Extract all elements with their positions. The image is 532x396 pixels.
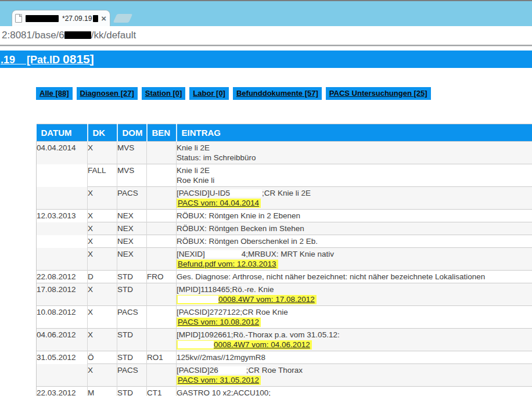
ben-cell: CT1 xyxy=(147,387,177,396)
column-header-dk: DK xyxy=(88,124,117,142)
ben-cell: FRO xyxy=(147,271,177,283)
dk-cell: FALL xyxy=(88,164,117,187)
document-link[interactable]: PACS vom: 10.08.2012 xyxy=(177,318,261,327)
entry-line: Knie li 2E xyxy=(177,165,532,175)
browser-tab-bar: *27.09.19 × xyxy=(0,1,532,26)
entry-line: PACS vom: 04.04.2014 xyxy=(177,198,532,208)
entry-line: 0008.4W7 vom: 04.06.2012 xyxy=(177,340,532,350)
table-row: XNEXRÖBUX: Röntgen Oberschenkel in 2 Eb. xyxy=(37,235,532,248)
entry-line: [PACSID]2727122;CR Roe Knie xyxy=(177,307,532,317)
entry-line: RÖBUX: Röntgen Oberschenkel in 2 Eb. xyxy=(177,236,532,246)
document-link[interactable]: PACS vom: 31.05.2012 xyxy=(177,376,261,385)
entry-line: Knie li 2E xyxy=(177,143,532,153)
document-link[interactable]: 0008.4W7 vom: 17.08.2012 xyxy=(177,295,317,304)
datum-cell: 12.03.2013 xyxy=(37,210,88,222)
redacted-text xyxy=(218,366,246,374)
entry-line: PACS vom: 31.05.2012 xyxy=(177,375,532,385)
toolbar-divider xyxy=(0,46,532,46)
url-bar[interactable]: 2:8081/base/6/kk/default xyxy=(0,26,532,45)
dk-cell: D xyxy=(88,271,117,283)
patient-header-link[interactable]: .19 [Pat.ID 0815] xyxy=(0,52,94,66)
dom-cell: STD xyxy=(117,329,147,351)
table-header-row: DATUMDKDOMBENEINTRAG xyxy=(37,124,532,142)
filter-button-diagnosen-27[interactable]: Diagnosen [27] xyxy=(77,87,138,100)
dom-cell: STD xyxy=(117,351,147,364)
tab-title: *27.09.19 xyxy=(62,15,92,23)
dk-cell: X xyxy=(88,142,117,164)
ben-cell xyxy=(147,164,177,187)
dom-cell: STD xyxy=(117,271,147,283)
page-favicon-icon xyxy=(15,14,22,23)
eintrag-cell: RÖBUX: Röntgen Knie in 2 Ebenen xyxy=(177,210,532,222)
ben-cell xyxy=(147,248,177,271)
table-row: 31.05.2012ÖSTDRO1125kv//2mas//12mgymR8 xyxy=(37,351,532,364)
table-row: 17.08.2012XSTD[MPID]1118465;Rö.-re. Knie… xyxy=(37,283,532,306)
tab-close-icon[interactable]: × xyxy=(101,14,106,23)
ben-cell xyxy=(147,283,177,306)
dk-cell: X xyxy=(88,210,117,222)
redacted-text xyxy=(64,31,91,39)
entry-line: 125kv//2mas//12mgymR8 xyxy=(177,352,532,362)
patient-header-text: .19 [Pat.ID xyxy=(1,54,63,66)
eintrag-cell: [PACSID]26;CR Roe ThoraxPACS vom: 31.05.… xyxy=(177,364,532,387)
entry-line: [PACSID]26;CR Roe Thorax xyxy=(177,365,532,375)
browser-tab[interactable]: *27.09.19 × xyxy=(12,10,110,26)
entry-line: [PACSID]U-ID5;CR Knie li 2E xyxy=(177,188,532,198)
column-header-ben: BEN xyxy=(147,124,177,142)
redacted-text xyxy=(205,250,242,258)
dk-cell: X xyxy=(88,364,117,387)
dk-cell: M xyxy=(88,387,117,396)
table-row: FALLMVSKnie li 2ERoe Knie li xyxy=(37,164,532,187)
document-link[interactable]: 0008.4W7 vom: 04.06.2012 xyxy=(177,340,312,350)
document-link-text: PACS vom: 31.05.2012 xyxy=(178,376,259,384)
dk-cell: Ö xyxy=(88,351,117,364)
document-link[interactable]: Befund.pdf vom: 12.03.2013 xyxy=(177,260,278,269)
filter-button-befunddokumente-57[interactable]: Befunddokumente [57] xyxy=(233,87,322,100)
filter-button-labor-0[interactable]: Labor [0] xyxy=(189,87,229,100)
patient-header-band: .19 [Pat.ID 0815] xyxy=(0,51,532,68)
table-row: XNEX[NEXID]4;MRBUX: MRT Knie nativBefund… xyxy=(37,248,532,271)
ben-cell xyxy=(147,364,177,387)
document-link-text: PACS vom: 10.08.2012 xyxy=(178,318,259,326)
dom-cell: NEX xyxy=(117,248,147,271)
filter-bar: Alle [88]Diagnosen [27]Station [0]Labor … xyxy=(36,87,532,100)
datum-cell: 31.05.2012 xyxy=(37,351,88,364)
table-row: XPACS[PACSID]U-ID5;CR Knie li 2EPACS vom… xyxy=(37,187,532,210)
eintrag-cell: [NEXID]4;MRBUX: MRT Knie nativBefund.pdf… xyxy=(177,248,532,271)
document-link[interactable]: PACS vom: 04.04.2014 xyxy=(177,199,261,208)
eintrag-cell: GASTRO 10 x2;ACCU100; xyxy=(177,387,532,396)
datum-cell xyxy=(37,248,88,271)
url-text[interactable]: 2:8081/base/6/kk/default xyxy=(0,30,136,41)
dom-cell: PACS xyxy=(117,187,147,210)
eintrag-cell: Knie li 2ERoe Knie li xyxy=(177,164,532,187)
entry-line: [MPID]1092661;Rö.-Thorax p.a. vom 31.05.… xyxy=(177,330,532,340)
filter-button-station-0[interactable]: Station [0] xyxy=(142,87,186,100)
filter-button-pacs-untersuchungen-25[interactable]: PACS Untersuchungen [25] xyxy=(326,87,431,100)
ben-cell xyxy=(147,329,177,351)
dom-cell: NEX xyxy=(117,235,147,248)
dk-cell: X xyxy=(88,329,117,351)
entry-line: RÖBUX: Röntgen Becken im Stehen xyxy=(177,224,532,233)
entry-line: GASTRO 10 x2;ACCU100; xyxy=(177,388,532,396)
eintrag-cell: RÖBUX: Röntgen Oberschenkel in 2 Eb. xyxy=(177,235,532,248)
records-table: DATUMDKDOMBENEINTRAG 04.04.2014XMVSKnie … xyxy=(36,124,532,396)
table-row: 22.08.2012DSTDFROGes. Diagnose: Arthrose… xyxy=(37,271,532,283)
redacted-text xyxy=(178,296,218,303)
entry-line: PACS vom: 10.08.2012 xyxy=(177,317,532,327)
table-row: 10.08.2012XPACS[PACSID]2727122;CR Roe Kn… xyxy=(37,306,532,329)
datum-cell: 10.08.2012 xyxy=(37,306,88,329)
eintrag-cell: [MPID]1092661;Rö.-Thorax p.a. vom 31.05.… xyxy=(177,329,532,351)
new-tab-button[interactable] xyxy=(113,14,133,23)
document-link-text: Befund.pdf vom: 12.03.2013 xyxy=(178,260,276,268)
dom-cell: MVS xyxy=(117,164,147,187)
datum-cell xyxy=(37,187,88,210)
dom-cell: STD xyxy=(117,387,147,396)
entry-line: Befund.pdf vom: 12.03.2013 xyxy=(177,259,532,269)
redacted-text xyxy=(230,189,262,197)
eintrag-cell: [PACSID]2727122;CR Roe KniePACS vom: 10.… xyxy=(177,306,532,329)
redacted-text xyxy=(93,15,98,22)
url-prefix: 2:8081/base/6 xyxy=(2,30,64,41)
entry-line: RÖBUX: Röntgen Knie in 2 Ebenen xyxy=(177,211,532,221)
filter-button-alle-88[interactable]: Alle [88] xyxy=(36,87,73,100)
dk-cell: X xyxy=(88,306,117,329)
